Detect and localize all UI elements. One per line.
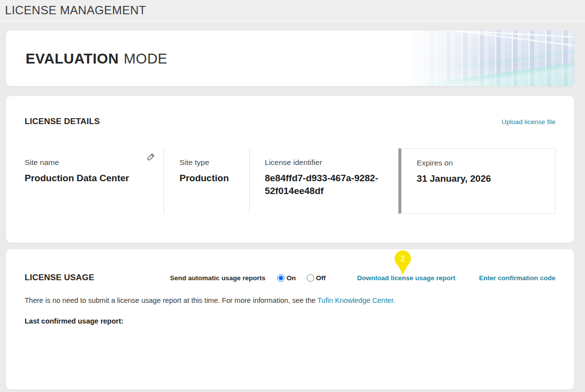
site-type-cell: Site type Production bbox=[164, 148, 249, 214]
license-details-header: LICENSE DETAILS Upload license file bbox=[25, 96, 555, 127]
evaluation-label: EVALUATION bbox=[26, 50, 119, 66]
radio-off-label[interactable]: Off bbox=[316, 274, 326, 282]
usage-info-sentence: There is no need to submit a license usa… bbox=[25, 296, 318, 304]
main-content: EVALUATIONMODE LICENSE DETAILS Upload li… bbox=[0, 22, 580, 390]
usage-controls: Send automatic usage reports On Off Down… bbox=[170, 274, 555, 282]
expires-on-value: 31 January, 2026 bbox=[417, 172, 550, 185]
license-details-title: LICENSE DETAILS bbox=[25, 117, 100, 127]
edit-pencil-icon[interactable] bbox=[147, 152, 156, 161]
expires-on-cell: Expires on 31 January, 2026 bbox=[398, 148, 555, 214]
last-confirmed-report-label: Last confirmed usage report: bbox=[25, 317, 555, 325]
license-identifier-value: 8e84ffd7-d933-467a-9282-52f014ee48df bbox=[265, 172, 394, 197]
site-type-label: Site type bbox=[179, 158, 249, 167]
pin-badge-number: 2 bbox=[401, 255, 405, 263]
license-usage-title: LICENSE USAGE bbox=[25, 273, 94, 283]
radio-option-on[interactable]: On bbox=[277, 274, 296, 282]
step-2-pin-marker-icon: 2 bbox=[394, 250, 412, 276]
license-identifier-cell: License identifier 8e84ffd7-d933-467a-92… bbox=[250, 148, 399, 214]
site-name-cell: Site name Production Data Center bbox=[25, 148, 164, 214]
site-name-label: Site name bbox=[25, 158, 163, 167]
site-name-value: Production Data Center bbox=[25, 172, 163, 185]
radio-option-off[interactable]: Off bbox=[307, 274, 326, 282]
license-details-card: LICENSE DETAILS Upload license file Site… bbox=[6, 96, 574, 243]
expires-on-label: Expires on bbox=[417, 159, 550, 167]
radio-on-label[interactable]: On bbox=[287, 274, 296, 282]
evaluation-mode-banner: EVALUATIONMODE bbox=[6, 31, 574, 86]
radio-on-input[interactable] bbox=[277, 274, 285, 282]
auto-reports-radio-group: On Off bbox=[277, 274, 336, 282]
mode-label: MODE bbox=[124, 50, 167, 66]
license-usage-card: 2 LICENSE USAGE Send automatic usage rep… bbox=[6, 249, 574, 390]
enter-confirmation-code-link[interactable]: Enter confirmation code bbox=[479, 274, 555, 282]
evaluation-mode-title: EVALUATIONMODE bbox=[26, 50, 167, 66]
license-identifier-label: License identifier bbox=[265, 158, 399, 167]
site-type-value: Production bbox=[179, 172, 249, 185]
top-bar: LICENSE MANAGEMENT bbox=[0, 0, 585, 22]
page-title: LICENSE MANAGEMENT bbox=[5, 3, 146, 17]
license-usage-header: LICENSE USAGE Send automatic usage repor… bbox=[25, 249, 555, 283]
upload-license-file-link[interactable]: Upload license file bbox=[501, 118, 555, 126]
knowledge-center-link[interactable]: Tufin Knowledge Center. bbox=[318, 296, 395, 304]
radio-off-input[interactable] bbox=[307, 274, 314, 282]
banner-artwork-image bbox=[404, 31, 574, 86]
usage-info-text: There is no need to submit a license usa… bbox=[25, 296, 555, 304]
license-details-row: Site name Production Data Center Site ty… bbox=[25, 148, 555, 214]
auto-reports-label: Send automatic usage reports bbox=[170, 274, 265, 282]
